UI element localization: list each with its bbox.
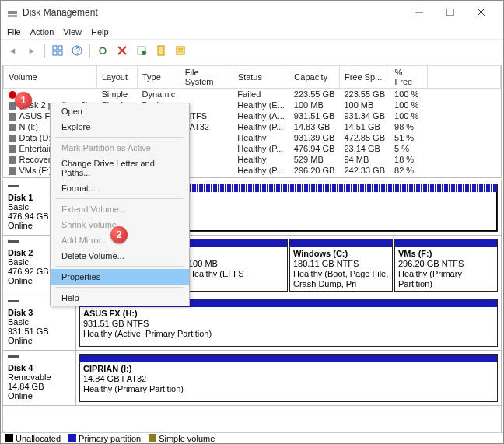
cm-properties[interactable]: Properties bbox=[51, 269, 189, 285]
disk-row: Disk 4Removable14.84 GBOnlineCIPRIAN (I:… bbox=[3, 351, 501, 406]
col-type[interactable]: Type bbox=[138, 66, 180, 89]
back-button[interactable]: ◄ bbox=[4, 42, 21, 59]
partition[interactable]: CIPRIAN (I:)14.84 GB FAT32Healthy (Prima… bbox=[79, 354, 498, 402]
col-status[interactable]: Status bbox=[233, 66, 289, 89]
col-fs[interactable]: File System bbox=[180, 66, 233, 89]
minimize-button[interactable] bbox=[404, 2, 435, 23]
col-free[interactable]: Free Sp... bbox=[339, 66, 390, 89]
properties-icon[interactable] bbox=[133, 42, 150, 59]
page-icon[interactable] bbox=[152, 42, 170, 59]
col-capacity[interactable]: Capacity bbox=[289, 66, 340, 89]
svg-rect-8 bbox=[53, 51, 57, 55]
cm-open[interactable]: Open bbox=[51, 103, 189, 119]
svg-rect-17 bbox=[177, 47, 184, 54]
maximize-button[interactable] bbox=[435, 2, 466, 23]
svg-point-15 bbox=[142, 51, 146, 55]
toolbar: ◄ ► ? bbox=[1, 40, 503, 61]
cm-change[interactable]: Change Drive Letter and Paths... bbox=[51, 156, 189, 180]
callout-2: 2 bbox=[110, 226, 128, 243]
context-menu: Open Explore Mark Partition as Active Ch… bbox=[50, 103, 190, 306]
legend-primary: Primary partition bbox=[79, 434, 141, 443]
svg-rect-0 bbox=[8, 11, 17, 14]
legend-simple: Simple volume bbox=[159, 434, 215, 443]
svg-rect-7 bbox=[58, 46, 62, 50]
cm-format[interactable]: Format... bbox=[51, 180, 189, 196]
col-pct[interactable]: % Free bbox=[390, 66, 427, 89]
menu-help[interactable]: Help bbox=[91, 27, 109, 37]
window-title: Disk Management bbox=[23, 7, 404, 18]
col-volume[interactable]: Volume bbox=[4, 66, 97, 89]
svg-rect-6 bbox=[53, 46, 57, 50]
refresh-icon[interactable] bbox=[94, 42, 111, 59]
partition[interactable]: Windows (C:)180.11 GB NTFSHealthy (Boot,… bbox=[289, 239, 393, 292]
legend-unallocated: Unallocated bbox=[16, 434, 61, 443]
svg-rect-9 bbox=[58, 51, 62, 55]
delete-icon[interactable] bbox=[114, 42, 131, 59]
cm-mark[interactable]: Mark Partition as Active bbox=[51, 140, 189, 156]
menu-view[interactable]: View bbox=[63, 27, 82, 37]
partition[interactable]: VMs (F:)296.20 GB NTFSHealthy (Primary P… bbox=[394, 239, 498, 292]
partition[interactable]: 100 MBHealthy (EFI S bbox=[184, 239, 288, 292]
menu-action[interactable]: Action bbox=[30, 27, 54, 37]
list-icon[interactable] bbox=[172, 42, 189, 59]
menu-file[interactable]: File bbox=[7, 27, 21, 37]
svg-rect-3 bbox=[446, 9, 453, 16]
callout-1: 1 bbox=[15, 92, 32, 109]
close-button[interactable] bbox=[466, 2, 497, 23]
grid-view-icon[interactable] bbox=[49, 42, 66, 59]
table-row[interactable]: SimpleDynamicFailed223.55 GB223.55 GB100… bbox=[4, 89, 501, 100]
svg-rect-16 bbox=[158, 46, 164, 55]
cm-explore[interactable]: Explore bbox=[51, 119, 189, 135]
menubar: File Action View Help bbox=[1, 24, 503, 40]
cm-delete[interactable]: Delete Volume... bbox=[51, 248, 189, 264]
cm-extend[interactable]: Extend Volume... bbox=[51, 201, 189, 217]
forward-button[interactable]: ► bbox=[23, 42, 40, 59]
svg-text:?: ? bbox=[75, 46, 80, 55]
titlebar: Disk Management bbox=[1, 1, 503, 24]
app-icon bbox=[7, 7, 18, 18]
cm-help[interactable]: Help bbox=[51, 290, 189, 306]
help-icon[interactable]: ? bbox=[68, 42, 86, 59]
legend: Unallocated Primary partition Simple vol… bbox=[1, 432, 503, 443]
svg-rect-1 bbox=[8, 15, 17, 17]
col-layout[interactable]: Layout bbox=[97, 66, 138, 89]
